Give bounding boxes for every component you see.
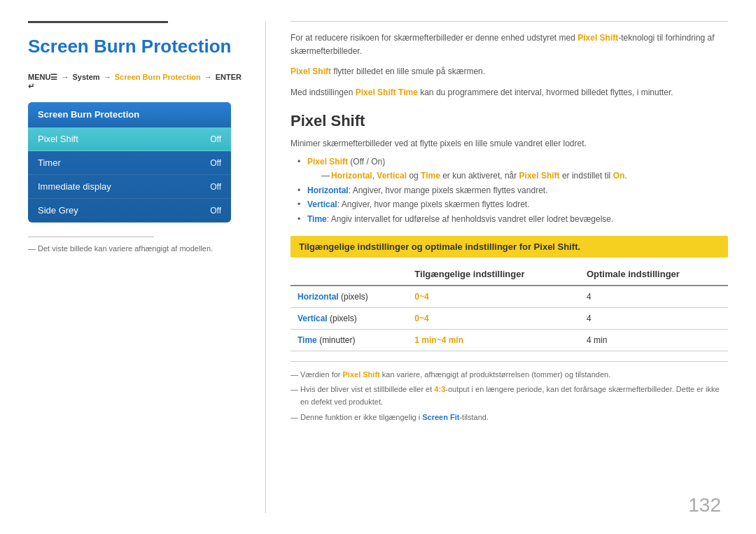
panel-item-timer[interactable]: Timer Off	[28, 151, 231, 175]
right-column: For at reducere risikoen for skærmefterb…	[266, 21, 728, 513]
table-row: Vertical (pixels) 0~4 4	[290, 307, 728, 329]
pixel-shift-label: Pixel Shift	[38, 134, 78, 144]
system-label: System	[73, 73, 100, 81]
bottom-note-2: Hvis der bliver vist et stillbillede ell…	[290, 384, 728, 408]
row-horizontal-range: 0~4	[407, 286, 580, 308]
table-row: Horizontal (pixels) 0~4 4	[290, 286, 728, 308]
yellow-banner: Tilgængelige indstillinger og optimale i…	[290, 236, 728, 258]
top-rule	[28, 21, 168, 23]
col-header-optimal: Optimale indstillinger	[580, 265, 728, 286]
row-horizontal-optimal: 4	[580, 286, 728, 308]
left-footnote: ― Det viste billede kan variere afhængig…	[28, 244, 244, 253]
row-time-label: Time (minutter)	[290, 329, 407, 351]
bullet-item-3: Vertical: Angiver, hvor mange pixels skæ…	[298, 197, 728, 211]
bullet-item-1: Pixel Shift (Off / On) Horizontal, Verti…	[298, 155, 728, 183]
intro-text-1: For at reducere risikoen for skærmefterb…	[290, 31, 728, 58]
body-text: Minimer skærmefterbilleder ved at flytte…	[290, 137, 728, 150]
bullet-list: Pixel Shift (Off / On) Horizontal, Verti…	[298, 155, 728, 226]
row-vertical-range: 0~4	[407, 307, 580, 329]
menu-symbol: ☰	[50, 73, 57, 81]
side-grey-label: Side Grey	[38, 205, 78, 216]
bottom-note-3: Denne funktion er ikke tilgængelig i Scr…	[290, 412, 728, 424]
bullet-item-4: Time: Angiv intervallet for udførelse af…	[298, 212, 728, 226]
intro-text-2: Pixel Shift flytter billedet en lille sm…	[290, 65, 728, 78]
timer-label: Timer	[38, 157, 61, 168]
page-title: Screen Burn Protection	[28, 36, 244, 57]
col-header-available: Tilgængelige indstillinger	[407, 265, 580, 286]
row-time-optimal: 4 min	[580, 329, 728, 351]
immediate-display-value: Off	[210, 182, 221, 192]
section-title: Pixel Shift	[290, 112, 728, 130]
menu-path: MENU☰ → System → Screen Burn Protection …	[28, 73, 244, 91]
sub-bullet-item-1: Horizontal, Vertical og Time er kun akti…	[321, 169, 728, 183]
ui-panel: Screen Burn Protection Pixel Shift Off T…	[28, 102, 231, 223]
bottom-note-1: Værdien for Pixel Shift kan variere, afh…	[290, 369, 728, 381]
sub-bullet: Horizontal, Vertical og Time er kun akti…	[321, 169, 728, 183]
divider-line	[28, 237, 154, 237]
row-horizontal-label: Horizontal (pixels)	[290, 286, 407, 308]
bullet-item-2: Horizontal: Angiver, hvor mange pixels s…	[298, 183, 728, 197]
panel-item-pixel-shift[interactable]: Pixel Shift Off	[28, 127, 231, 151]
pixel-shift-value: Off	[210, 134, 221, 144]
arrow-2: →	[104, 73, 111, 81]
panel-item-immediate-display[interactable]: Immediate display Off	[28, 175, 231, 199]
row-vertical-optimal: 4	[580, 307, 728, 329]
left-column: Screen Burn Protection MENU☰ → System → …	[28, 21, 266, 513]
col-header-label	[290, 265, 407, 286]
settings-table: Tilgængelige indstillinger Optimale inds…	[290, 265, 728, 351]
top-rule-right	[290, 21, 728, 22]
arrow-1: →	[61, 73, 69, 81]
row-vertical-label: Vertical (pixels)	[290, 307, 407, 329]
row-time-range: 1 min~4 min	[407, 329, 580, 351]
table-row: Time (minutter) 1 min~4 min 4 min	[290, 329, 728, 351]
side-grey-value: Off	[210, 206, 221, 216]
arrow-3: →	[204, 73, 212, 81]
banner-text: Tilgængelige indstillinger og optimale i…	[299, 241, 580, 252]
immediate-display-label: Immediate display	[38, 181, 111, 192]
panel-item-side-grey[interactable]: Side Grey Off	[28, 199, 231, 223]
bottom-notes: Værdien for Pixel Shift kan variere, afh…	[290, 361, 728, 423]
page-number: 132	[688, 494, 721, 517]
intro-text-3: Med indstillingen Pixel Shift Time kan d…	[290, 86, 728, 99]
menu-highlight: Screen Burn Protection	[115, 73, 201, 81]
menu-prefix: MENU	[28, 73, 50, 81]
panel-header: Screen Burn Protection	[28, 102, 231, 127]
timer-value: Off	[210, 158, 221, 168]
table-header-row: Tilgængelige indstillinger Optimale inds…	[290, 265, 728, 286]
